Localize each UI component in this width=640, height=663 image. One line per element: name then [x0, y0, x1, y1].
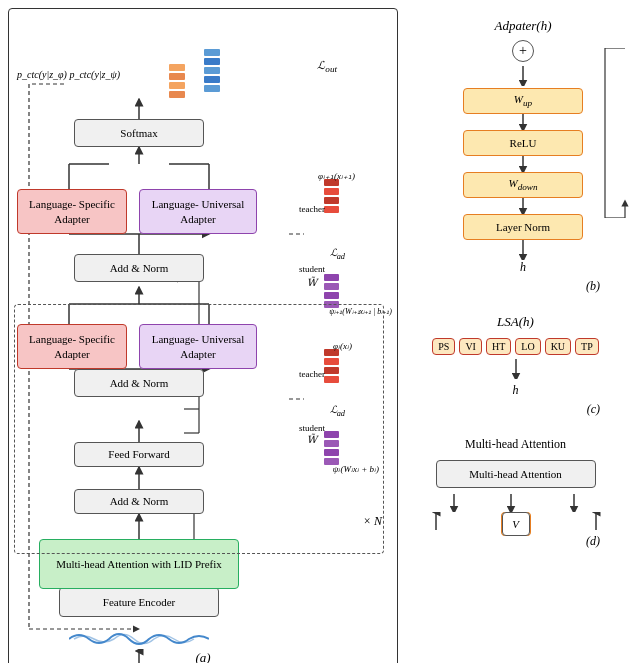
add-norm-top-label: Add & Norm — [110, 261, 169, 275]
mha-d-label: (d) — [411, 534, 600, 549]
l-ad-top-label: ℒad — [330, 247, 345, 261]
layer-norm-label: Layer Norm — [496, 220, 550, 234]
student-1-label: student — [299, 264, 325, 274]
feature-encoder-box: Feature Encoder — [59, 587, 219, 617]
mha-box: Multi-head Attention — [436, 460, 596, 488]
student-1-stack — [324, 274, 339, 308]
v-box: V — [502, 512, 530, 536]
lsa-tag-lo: LO — [515, 338, 540, 355]
w-up-label: Wup — [514, 92, 532, 110]
lsa-c-label: (c) — [411, 402, 600, 417]
p-ctc-label: p_ctc(y|z_φ) p_ctc(y|z_ψ) — [17, 69, 120, 80]
lang-universal-adapter-2-label: Language- Universal Adapter — [140, 197, 256, 226]
lsa-title: LSA(h) — [411, 314, 620, 330]
lang-specific-adapter-2-label: Language- Specific Adapter — [18, 197, 126, 226]
z-psi-stack — [204, 49, 220, 92]
mha-diagram: Multi-head Attention Multi-head Attentio… — [411, 437, 620, 549]
audio-waveform — [69, 627, 209, 651]
lsa-tags-container: PS VI HT LO KU TP — [411, 338, 620, 355]
lsa-tag-vi: VI — [459, 338, 482, 355]
adapter-b-label: (b) — [426, 279, 600, 294]
phi-i1-label: φᵢ₊₁(xᵢ₊₁) — [318, 171, 355, 181]
teacher-1-label: teacher — [299, 204, 325, 214]
z-phi-stack — [169, 64, 185, 98]
softmax-label: Softmax — [120, 126, 157, 140]
softmax-box: Softmax — [74, 119, 204, 147]
relu-label: ReLU — [510, 136, 537, 150]
adapter-title: Adpater(h) — [426, 18, 620, 34]
lang-universal-adapter-2-box: Language- Universal Adapter — [139, 189, 257, 234]
add-norm-top-box: Add & Norm — [74, 254, 204, 282]
mha-label: Multi-head Attention — [469, 467, 562, 481]
relu-box: ReLU — [463, 130, 583, 156]
lsa-tag-tp: TP — [575, 338, 599, 355]
lsa-h-label: h — [411, 383, 620, 398]
plus-circle: + — [512, 40, 534, 62]
w-tilde-top-label: W̃ — [307, 277, 317, 288]
lsa-tag-ht: HT — [486, 338, 511, 355]
w-down-box: Wdown — [463, 172, 583, 198]
lsa-tag-ku: KU — [545, 338, 571, 355]
feature-encoder-label: Feature Encoder — [103, 595, 175, 609]
layer-norm-box: Layer Norm — [463, 214, 583, 240]
w-up-box: Wup — [463, 88, 583, 114]
w-down-label: Wdown — [508, 176, 537, 194]
lsa-h-diagram: LSA(h) PS VI HT LO KU TP h (c) — [411, 314, 620, 417]
n-block-dashed — [14, 304, 384, 554]
l-out-label: ℒout — [317, 59, 337, 74]
phi-i1-stack — [324, 179, 339, 213]
adapter-h-diagram: Adpater(h) + Wup ReLU — [426, 18, 620, 294]
lang-specific-adapter-2-box: Language- Specific Adapter — [17, 189, 127, 234]
diagram-a: (a) — [8, 8, 398, 663]
multihead-attention-label: Multi-head Attention with LID Prefix — [56, 557, 222, 571]
adapter-plus-container: + — [443, 40, 603, 62]
mha-title: Multi-head Attention — [411, 437, 620, 452]
label-a: (a) — [195, 650, 210, 663]
right-panel: Adpater(h) + Wup ReLU — [398, 0, 628, 663]
lsa-tag-ps: PS — [432, 338, 455, 355]
adapter-h-in-label: h — [426, 260, 620, 275]
